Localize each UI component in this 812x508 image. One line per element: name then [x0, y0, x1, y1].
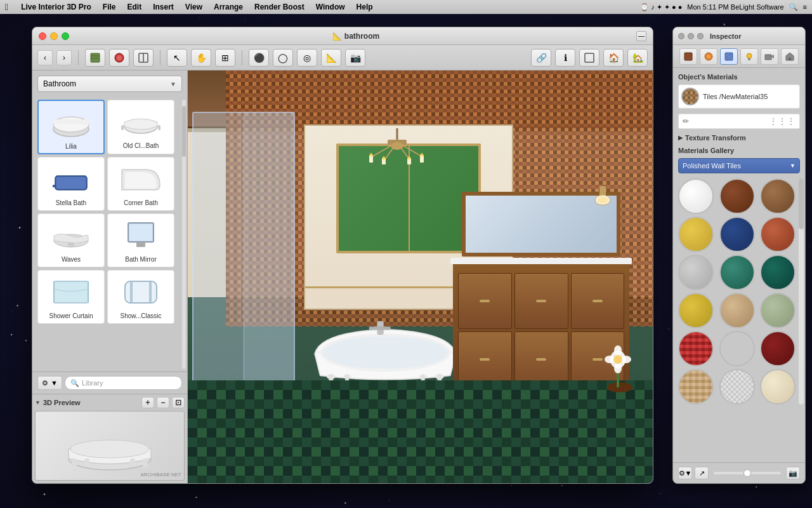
- inspector-tab-objects[interactable]: [679, 48, 697, 65]
- measure-tool[interactable]: 📐: [321, 49, 341, 67]
- menu-edit[interactable]: Edit: [122, 0, 147, 14]
- share-button[interactable]: 🔗: [531, 49, 551, 67]
- zoom-fit-button[interactable]: ⊡: [172, 397, 185, 408]
- maximize-button[interactable]: [62, 32, 69, 40]
- items-scrollbar[interactable]: [182, 100, 186, 369]
- swatch-red-tile[interactable]: [678, 331, 714, 366]
- camera-button[interactable]: ◯: [273, 49, 293, 67]
- sidebar-item-show-classic[interactable]: Show...Classic: [107, 270, 174, 324]
- settings-dropdown-button[interactable]: ⚙ ▼: [37, 376, 62, 390]
- menu-view[interactable]: View: [180, 0, 207, 14]
- swatch-grid-tile[interactable]: [719, 369, 755, 404]
- items-scroll-thumb[interactable]: [182, 106, 186, 157]
- menu-app-name[interactable]: Live Interior 3D Pro: [16, 0, 96, 14]
- floor-plan-button[interactable]: [133, 49, 154, 67]
- swatch-dark-teal[interactable]: [760, 255, 796, 290]
- viewport-3d[interactable]: [188, 70, 653, 483]
- swatch-teal[interactable]: [719, 255, 755, 290]
- photo-button[interactable]: 📷: [345, 49, 365, 67]
- swatch-light-gray[interactable]: [678, 255, 714, 290]
- inspector-tab-camera[interactable]: [761, 48, 778, 65]
- svg-point-64: [607, 382, 632, 392]
- swatch-cream[interactable]: [760, 369, 796, 404]
- info-button[interactable]: ℹ: [555, 49, 575, 67]
- swatch-sage[interactable]: [760, 293, 796, 328]
- gallery-dropdown[interactable]: Polished Wall Tiles ▼: [678, 158, 800, 173]
- swatch-dark-red[interactable]: [760, 331, 796, 366]
- swatch-gold-yellow[interactable]: [678, 293, 714, 328]
- gallery-scrollbar-thumb[interactable]: [799, 178, 804, 229]
- menubar-search-icon[interactable]: 🔍: [789, 3, 798, 11]
- library-search[interactable]: 🔍 Library: [65, 376, 182, 390]
- sidebar-item-stella-bath[interactable]: Stella Bath: [37, 157, 105, 211]
- library-button[interactable]: [85, 49, 105, 67]
- swatch-yellow[interactable]: [678, 217, 714, 252]
- 3d-house-button[interactable]: 🏠: [603, 49, 624, 67]
- preview-collapse-icon[interactable]: ▼: [35, 399, 41, 406]
- sidebar-item-waves[interactable]: Waves: [37, 213, 105, 267]
- inspector-tab-home[interactable]: [781, 48, 799, 65]
- sidebar-item-lilia[interactable]: Lilia: [37, 100, 105, 154]
- svg-point-68: [614, 363, 622, 373]
- inspector-tab-paint[interactable]: [720, 48, 738, 65]
- close-button[interactable]: [39, 32, 46, 40]
- svg-rect-80: [789, 58, 791, 60]
- swatch-dark-brown[interactable]: [719, 178, 755, 214]
- 2d-view-button[interactable]: [579, 49, 599, 67]
- inspector-export-button[interactable]: ↗: [695, 467, 709, 479]
- swatch-white[interactable]: [678, 178, 714, 214]
- svg-rect-31: [143, 458, 148, 467]
- sidebar-item-bath-mirror[interactable]: Bath Mirror: [107, 213, 174, 267]
- zoom-in-button[interactable]: +: [141, 397, 154, 408]
- menu-arrange[interactable]: Arrange: [209, 0, 248, 14]
- menu-window[interactable]: Window: [311, 0, 350, 14]
- split-tool[interactable]: ⊞: [215, 49, 235, 67]
- swatch-blue-tile[interactable]: [719, 331, 755, 366]
- sidebar-item-old-bath[interactable]: Old Cl...Bath: [107, 100, 174, 154]
- record-button[interactable]: ⚫: [249, 49, 269, 67]
- inspector-close-btn[interactable]: [678, 33, 684, 39]
- category-dropdown-container: Bathroom ▼: [37, 76, 182, 92]
- minimize-button[interactable]: [50, 32, 58, 40]
- texture-transform-section[interactable]: ▶ Texture Transform: [678, 134, 800, 142]
- window-title: 📐 bathroom: [75, 32, 636, 41]
- menu-insert[interactable]: Insert: [148, 0, 179, 14]
- inspector-tab-materials[interactable]: [700, 48, 717, 65]
- inspector-photo-button[interactable]: 📷: [786, 467, 800, 479]
- menu-file[interactable]: File: [98, 0, 121, 14]
- home-render-button[interactable]: 🏡: [627, 49, 648, 67]
- menu-help[interactable]: Help: [351, 0, 378, 14]
- window-zoom-btn[interactable]: —: [636, 31, 646, 41]
- inspector-minimize-btn[interactable]: [688, 33, 694, 39]
- slider-thumb[interactable]: [743, 469, 751, 477]
- nav-forward-button[interactable]: ›: [56, 50, 72, 65]
- sidebar-item-shower-curtain[interactable]: Shower Curtain: [37, 270, 105, 324]
- zoom-out-button[interactable]: −: [157, 397, 169, 408]
- hand-tool[interactable]: ✋: [191, 49, 211, 67]
- material-item-row[interactable]: Tiles /NewMaterial35: [678, 84, 800, 109]
- items-grid: Lilia Old Cl...Bath: [32, 97, 187, 326]
- camera2-button[interactable]: ◎: [297, 49, 317, 67]
- gallery-chevron-icon: ▼: [790, 163, 796, 169]
- swatch-terracotta[interactable]: [760, 217, 796, 252]
- objects-materials-label: Object's Materials: [678, 73, 800, 81]
- inspector-tab-lights[interactable]: [740, 48, 758, 65]
- cursor-tool[interactable]: ↖: [167, 49, 187, 67]
- inspector-settings-button[interactable]: ⚙ ▼: [678, 467, 692, 479]
- swatch-medium-brown[interactable]: [760, 178, 796, 214]
- materials-button[interactable]: [109, 49, 129, 67]
- inspector-slider[interactable]: [714, 472, 781, 474]
- swatch-dark-blue[interactable]: [719, 217, 755, 252]
- edit-bar[interactable]: ✏ ⋮⋮⋮: [678, 114, 800, 129]
- inspector-zoom-btn[interactable]: [697, 33, 704, 39]
- menu-render-boost[interactable]: Render Boost: [249, 0, 310, 14]
- nav-back-button[interactable]: ‹: [37, 50, 53, 65]
- swatch-tan-tile[interactable]: [678, 369, 714, 404]
- category-select[interactable]: Bathroom ▼: [37, 76, 182, 92]
- sidebar-item-corner-bath[interactable]: Corner Bath: [107, 157, 174, 211]
- swatch-tan[interactable]: [719, 293, 755, 328]
- menubar-menu-icon[interactable]: ≡: [803, 3, 807, 11]
- corner-bath-label: Corner Bath: [124, 199, 158, 207]
- main-toolbar: ‹ › ↖ ✋ ⊞ ⚫ ◯ ◎ 📐 📷 🔗 ℹ 🏠 🏡: [32, 45, 653, 70]
- svg-rect-26: [130, 281, 133, 303]
